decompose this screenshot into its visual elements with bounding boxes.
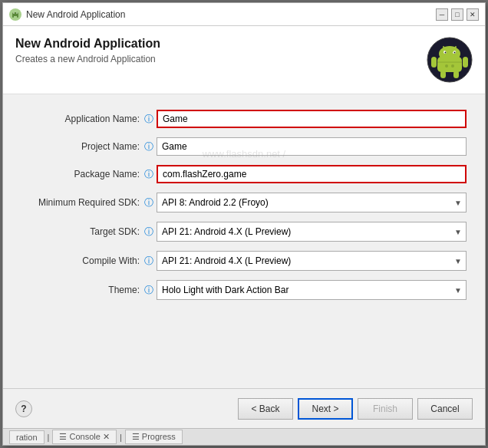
title-bar-icon	[9, 8, 21, 21]
close-button[interactable]: ✕	[467, 8, 479, 21]
package-name-label: Package Name:	[21, 169, 144, 180]
eclipse-tab-ration[interactable]: ration	[9, 430, 45, 444]
eclipse-tab-progress[interactable]: ☰ Progress	[125, 430, 183, 444]
svg-point-4	[13, 12, 15, 14]
svg-point-21	[451, 64, 454, 68]
svg-rect-16	[463, 57, 468, 68]
help-button[interactable]: ?	[15, 400, 32, 417]
eclipse-tab-console[interactable]: ☰ Console ✕	[52, 430, 116, 444]
target-sdk-label: Target SDK:	[21, 226, 144, 237]
content-area: www.flashsdn.net / Application Name: ⓘ P…	[3, 94, 485, 388]
eclipse-separator: |	[48, 433, 50, 442]
header-area: New Android Application Creates a new An…	[3, 26, 485, 94]
title-bar: New Android Application ─ □ ✕	[3, 3, 485, 26]
svg-rect-3	[12, 12, 18, 16]
theme-required: ⓘ	[144, 284, 153, 297]
min-sdk-wrapper: API 8: Android 2.2 (Froyo) ▼	[157, 193, 467, 212]
theme-label: Theme:	[21, 285, 144, 295]
svg-rect-18	[453, 71, 459, 78]
target-sdk-required: ⓘ	[144, 226, 153, 239]
project-name-required: ⓘ	[144, 140, 153, 153]
back-button[interactable]: < Back	[238, 398, 293, 420]
package-name-input[interactable]	[157, 165, 467, 183]
android-logo	[427, 37, 473, 83]
application-name-input[interactable]	[157, 110, 467, 128]
application-name-group: Application Name: ⓘ	[21, 110, 467, 128]
bottom-buttons: < Back Next > Finish Cancel	[238, 398, 473, 420]
title-bar-text: New Android Application	[26, 9, 436, 20]
project-name-label: Project Name:	[21, 141, 144, 152]
svg-point-12	[454, 52, 456, 54]
target-sdk-group: Target SDK: ⓘ API 21: Android 4.X (L Pre…	[21, 222, 467, 242]
compile-with-wrapper: API 21: Android 4.X (L Preview) ▼	[157, 251, 467, 271]
content-wrapper: www.flashsdn.net / Application Name: ⓘ P…	[3, 94, 485, 388]
next-button[interactable]: Next >	[298, 398, 353, 420]
target-sdk-wrapper: API 21: Android 4.X (L Preview) ▼	[157, 222, 467, 242]
compile-with-label: Compile With:	[21, 255, 144, 266]
theme-group: Theme: ⓘ Holo Light with Dark Action Bar…	[21, 280, 467, 300]
compile-with-required: ⓘ	[144, 255, 153, 268]
svg-rect-17	[440, 71, 446, 78]
min-sdk-label: Minimum Required SDK:	[21, 197, 144, 208]
header-subtitle: Creates a new Android Application	[15, 54, 160, 64]
theme-select[interactable]: Holo Light with Dark Action Bar	[157, 280, 467, 300]
project-name-group: Project Name: ⓘ	[21, 137, 467, 156]
compile-with-group: Compile With: ⓘ API 21: Android 4.X (L P…	[21, 251, 467, 271]
header-title: New Android Application	[15, 37, 160, 51]
application-name-label: Application Name:	[21, 114, 144, 124]
project-name-input[interactable]	[157, 137, 467, 156]
finish-button[interactable]: Finish	[358, 398, 413, 420]
cancel-button[interactable]: Cancel	[417, 398, 473, 420]
dialog: New Android Application ─ □ ✕ New Androi…	[2, 2, 486, 446]
minimize-button[interactable]: ─	[436, 8, 448, 21]
theme-wrapper: Holo Light with Dark Action Bar ▼	[157, 280, 467, 300]
min-sdk-group: Minimum Required SDK: ⓘ API 8: Android 2…	[21, 193, 467, 212]
svg-rect-15	[431, 57, 437, 68]
compile-with-select[interactable]: API 21: Android 4.X (L Preview)	[157, 251, 467, 271]
header-text: New Android Application Creates a new An…	[15, 37, 160, 64]
application-name-required: ⓘ	[144, 113, 153, 126]
package-name-group: Package Name: ⓘ	[21, 165, 467, 183]
svg-point-20	[445, 64, 448, 68]
min-sdk-select[interactable]: API 8: Android 2.2 (Froyo)	[157, 193, 467, 212]
package-name-required: ⓘ	[144, 168, 153, 181]
target-sdk-select[interactable]: API 21: Android 4.X (L Preview)	[157, 222, 467, 242]
bottom-bar: ? < Back Next > Finish Cancel	[3, 388, 485, 428]
maximize-button[interactable]: □	[451, 8, 463, 21]
svg-point-11	[445, 52, 447, 54]
svg-point-5	[16, 12, 18, 14]
eclipse-separator2: |	[120, 433, 122, 442]
svg-point-8	[439, 46, 460, 61]
eclipse-bar: ration | ☰ Console ✕ | ☰ Progress	[3, 428, 485, 445]
title-bar-controls: ─ □ ✕	[436, 8, 479, 21]
min-sdk-required: ⓘ	[144, 196, 153, 209]
